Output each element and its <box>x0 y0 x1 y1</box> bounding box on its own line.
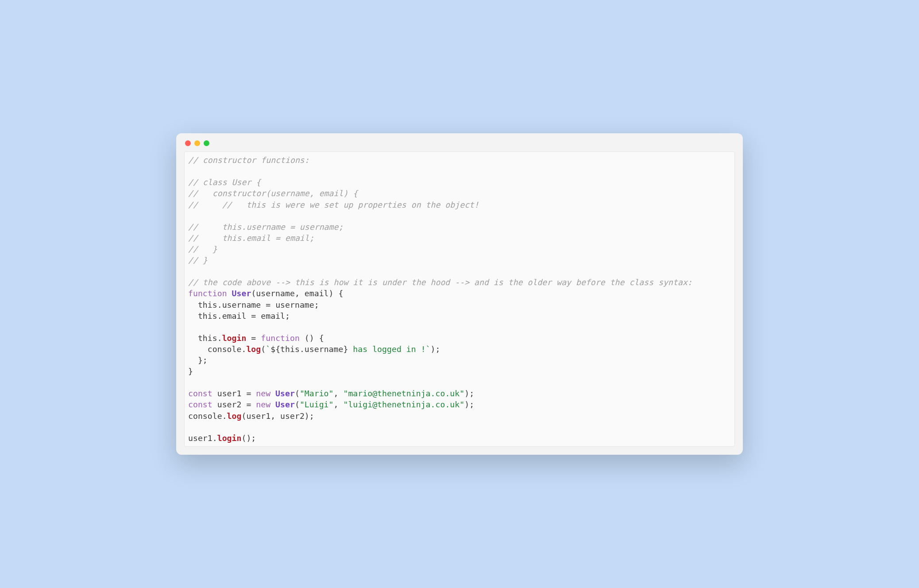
window-titlebar <box>176 133 743 151</box>
maximize-icon[interactable] <box>204 140 209 146</box>
minimize-icon[interactable] <box>194 140 200 146</box>
code-editor[interactable]: // constructor functions: // class User … <box>184 151 735 447</box>
editor-window: // constructor functions: // class User … <box>176 133 743 455</box>
close-icon[interactable] <box>185 140 191 146</box>
code-content: // constructor functions: // class User … <box>188 155 731 444</box>
